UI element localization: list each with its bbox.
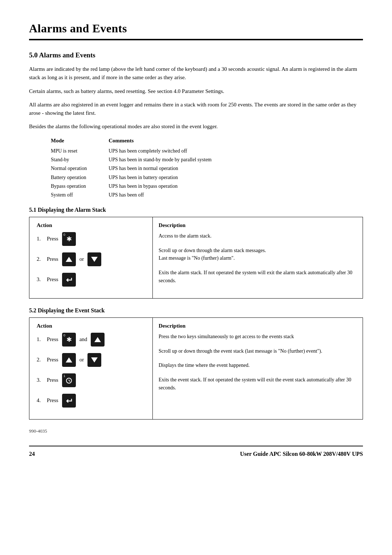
superscript-1: 1 — [64, 374, 65, 378]
up-key-3 — [62, 353, 76, 367]
mode-comments-table: Mode MPU is reset Stand-by Normal operat… — [51, 136, 363, 199]
clock-key: 1 — [62, 373, 76, 387]
section-52-heading: 5.2 Displaying the Event Stack — [29, 307, 363, 314]
up-key-2 — [91, 333, 105, 347]
event-step-2-num: 2. — [37, 357, 45, 363]
up-arrow-icon-3 — [65, 356, 73, 364]
footer: 24 User Guide APC Silcon 60-80kW 208V/48… — [0, 446, 392, 465]
superscript-0: 0 — [64, 233, 65, 236]
mode-row-4: Battery operation — [51, 174, 87, 182]
alarm-action-row-3: 3. Press — [37, 273, 147, 287]
svg-text:✱: ✱ — [66, 336, 72, 343]
alarm-action-header: Action — [37, 222, 147, 228]
comment-row-4: UPS has been in battery operation — [109, 174, 212, 182]
mode-row-2: Stand-by — [51, 156, 87, 164]
comment-row-6: UPS has been off — [109, 191, 212, 199]
event-desc-4: Exits the event stack. If not operated t… — [159, 376, 357, 392]
paragraph-3: All alarms are also registered in an eve… — [29, 101, 363, 118]
enter-key-1 — [62, 273, 76, 287]
paragraph-1: Alarms are indicated by the red lamp (ab… — [29, 65, 363, 82]
event-press-label-3: Press — [47, 377, 58, 383]
event-desc-col: Description Press the two keys simultane… — [153, 318, 363, 419]
clock-icon — [65, 376, 73, 384]
down-arrow-icon-1 — [90, 255, 98, 263]
event-action-row-4: 4. Press — [37, 394, 147, 408]
svg-marker-1 — [66, 257, 72, 262]
alarm-desc-1: Access to the alarm stack. — [159, 232, 357, 240]
paragraph-2: Certain alarms, such as battery alarms, … — [29, 87, 363, 96]
svg-line-9 — [69, 381, 70, 381]
up-arrow-icon-2 — [94, 336, 102, 344]
down-key-2 — [87, 353, 101, 367]
event-desc-header: Description — [159, 323, 357, 329]
paragraph-4: Besides the alarms the following operati… — [29, 122, 363, 131]
alarm-action-col: Action 1. Press 0 ✱ 2. Press — [29, 217, 153, 298]
svg-text:✱: ✱ — [66, 235, 72, 243]
step-3-num: 3. — [37, 276, 45, 283]
footer-guide-title: User Guide APC Silcon 60-80kW 208V/480V … — [240, 451, 363, 457]
svg-marker-6 — [91, 357, 98, 362]
event-stack-table-inner: Action 1. Press 0 ✱ and — [29, 318, 363, 419]
footer-page-number: 24 — [29, 451, 35, 457]
event-action-header: Action — [37, 323, 147, 329]
event-desc-2: Scroll up or down through the event stac… — [159, 347, 357, 355]
alarm-desc-header: Description — [159, 222, 357, 228]
event-action-row-3: 3. Press 1 — [37, 373, 147, 387]
alarm-stack-table: Action 1. Press 0 ✱ 2. Press — [29, 217, 363, 299]
alarm-desc-col: Description Access to the alarm stack. S… — [153, 217, 363, 298]
page-title: Alarms and Events — [29, 22, 363, 35]
title-rule — [29, 39, 363, 40]
comments-column: Comments UPS has been completely switche… — [109, 136, 212, 199]
enter-icon-2 — [65, 397, 73, 405]
mode-row-5: Bypass operation — [51, 182, 87, 190]
press-label-3: Press — [47, 276, 58, 283]
svg-marker-5 — [66, 357, 72, 362]
down-arrow-icon-2 — [90, 356, 98, 364]
mode-row-1: MPU is reset — [51, 147, 87, 155]
svg-marker-4 — [94, 337, 101, 342]
enter-icon-1 — [65, 276, 73, 284]
event-press-label-4: Press — [47, 397, 58, 404]
comments-col-header: Comments — [109, 136, 212, 145]
section-5-heading: 5.0 Alarms and Events — [29, 51, 363, 59]
footer-content: 24 User Guide APC Silcon 60-80kW 208V/48… — [0, 446, 392, 465]
alarm-action-row-1: 1. Press 0 ✱ — [37, 232, 147, 246]
or-label-1: or — [79, 256, 84, 262]
up-arrow-icon-1 — [65, 255, 73, 263]
superscript-0-2: 0 — [64, 333, 65, 337]
event-stack-table: Action 1. Press 0 ✱ and — [29, 317, 363, 420]
step-2-num: 2. — [37, 256, 45, 262]
and-label: and — [79, 336, 87, 343]
comment-row-1: UPS has been completely switched off — [109, 147, 212, 155]
mode-column: Mode MPU is reset Stand-by Normal operat… — [51, 136, 87, 199]
enter-key-2 — [62, 394, 76, 408]
event-step-1-num: 1. — [37, 336, 45, 343]
comment-row-3: UPS has been in normal operation — [109, 165, 212, 173]
section-51-heading: 5.1 Displaying the Alarm Stack — [29, 207, 363, 213]
event-action-row-1: 1. Press 0 ✱ and — [37, 333, 147, 347]
alarm-action-row-2: 2. Press or — [37, 252, 147, 266]
step-1-num: 1. — [37, 236, 45, 242]
event-step-3-num: 3. — [37, 377, 45, 383]
event-action-row-2: 2. Press or — [37, 353, 147, 367]
star-icon-2: ✱ — [65, 336, 73, 344]
event-step-4-num: 4. — [37, 397, 45, 404]
doc-number: 990-4035 — [29, 428, 363, 434]
page: Alarms and Events 5.0 Alarms and Events … — [0, 0, 392, 465]
mode-row-3: Normal operation — [51, 165, 87, 173]
star-key-2: 0 ✱ — [62, 333, 76, 347]
or-label-2: or — [79, 357, 84, 363]
comment-row-5: UPS has been in bypass operation — [109, 182, 212, 190]
down-key-1 — [87, 252, 101, 266]
event-desc-3: Displays the time where the event happen… — [159, 361, 357, 369]
alarm-stack-table-inner: Action 1. Press 0 ✱ 2. Press — [29, 217, 363, 298]
mode-col-header: Mode — [51, 136, 87, 145]
star-icon-1: ✱ — [65, 235, 73, 243]
event-press-label-2: Press — [47, 357, 58, 363]
alarm-desc-2: Scroll up or down through the alarm stac… — [159, 247, 357, 262]
event-desc-1: Press the two keys simultaneously to get… — [159, 333, 357, 341]
event-press-label-1: Press — [47, 336, 58, 343]
svg-marker-2 — [91, 257, 98, 262]
mode-row-6: System off — [51, 191, 87, 199]
press-label-1: Press — [47, 236, 58, 242]
